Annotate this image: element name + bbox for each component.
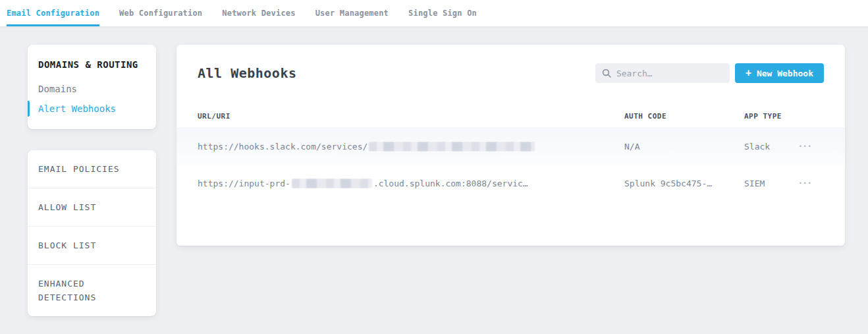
sidebar-section-label: EMAIL POLICIES <box>38 164 120 174</box>
webhook-url-prefix: https://input-prd- <box>198 179 290 188</box>
page-title: All Webhooks <box>198 65 297 81</box>
webhook-auth-code: Splunk 9c5bc475-… <box>624 179 744 188</box>
sidebar: DOMAINS & ROUTING Domains Alert Webhooks… <box>28 45 156 316</box>
column-header-url: URL/URI <box>198 112 624 121</box>
column-header-auth: AUTH CODE <box>624 112 744 121</box>
sidebar-section-item[interactable]: ENHANCED DETECTIONS <box>28 265 156 316</box>
redacted-blur <box>369 142 535 152</box>
webhook-app-type: SIEM <box>744 179 795 188</box>
nav-tab[interactable]: Single Sign On <box>408 0 477 26</box>
sidebar-group-heading: DOMAINS & ROUTING <box>28 59 156 70</box>
domains-routing-card: DOMAINS & ROUTING Domains Alert Webhooks <box>28 45 156 129</box>
plus-icon: + <box>746 67 751 79</box>
sidebar-section-item[interactable]: BLOCK LIST <box>28 227 156 265</box>
nav-tab[interactable]: Network Devices <box>222 0 295 26</box>
webhooks-panel: All Webhooks + New Webhook URL/URI AUTH … <box>176 45 845 246</box>
table-header: URL/URI AUTH CODE APP TYPE <box>176 99 845 128</box>
nav-tab-label: Email Configuration <box>7 9 99 18</box>
ellipsis-menu-icon[interactable]: ••• <box>795 181 829 186</box>
nav-tab-label: Web Configuration <box>119 9 202 18</box>
column-header-app: APP TYPE <box>744 112 795 121</box>
sidebar-section-label: ALLOW LIST <box>38 202 96 212</box>
page-content: DOMAINS & ROUTING Domains Alert Webhooks… <box>0 27 868 316</box>
nav-tab-label: Single Sign On <box>408 9 477 18</box>
nav-tab[interactable]: Web Configuration <box>119 0 202 26</box>
sidebar-section-label: BLOCK LIST <box>38 240 96 250</box>
sidebar-item-list: Domains Alert Webhooks <box>28 79 156 119</box>
sidebar-section-item[interactable]: ALLOW LIST <box>28 188 156 227</box>
search-icon <box>602 69 611 78</box>
webhook-url: https://hooks.slack.com/services/ <box>198 142 624 152</box>
search-input[interactable] <box>616 69 723 78</box>
top-nav: Email Configuration Web Configuration Ne… <box>0 0 868 27</box>
webhooks-table: https://hooks.slack.com/services/ N/A Sl… <box>176 128 845 202</box>
nav-tab[interactable]: User Management <box>315 0 389 26</box>
table-row[interactable]: https://hooks.slack.com/services/ N/A Sl… <box>176 128 845 165</box>
new-webhook-button[interactable]: + New Webhook <box>735 63 824 83</box>
sidebar-section-label: ENHANCED DETECTIONS <box>38 279 96 302</box>
redacted-blur <box>292 179 372 188</box>
webhook-url: https://input-prd- .cloud.splunk.com:808… <box>198 179 624 188</box>
nav-tab-label: Network Devices <box>222 9 295 18</box>
sidebar-item[interactable]: Alert Webhooks <box>28 99 156 119</box>
policy-sections-card: EMAIL POLICIES ALLOW LIST BLOCK LIST ENH… <box>28 150 156 316</box>
sidebar-section-item[interactable]: EMAIL POLICIES <box>28 150 156 188</box>
webhook-url-prefix: https://hooks.slack.com/services/ <box>198 142 367 152</box>
panel-actions: + New Webhook <box>595 63 824 83</box>
search-box[interactable] <box>595 63 730 83</box>
nav-tab[interactable]: Email Configuration <box>7 0 99 26</box>
sidebar-item-label: Domains <box>38 84 77 94</box>
webhook-url-suffix: .cloud.splunk.com:8088/servic… <box>373 179 528 188</box>
new-webhook-label: New Webhook <box>757 69 813 78</box>
panel-header: All Webhooks + New Webhook <box>176 45 845 99</box>
webhook-app-type: Slack <box>744 142 795 152</box>
nav-tab-label: User Management <box>315 9 389 18</box>
sidebar-item[interactable]: Domains <box>28 79 156 99</box>
webhook-auth-code: N/A <box>624 142 744 152</box>
sidebar-item-label: Alert Webhooks <box>38 103 116 114</box>
table-row[interactable]: https://input-prd- .cloud.splunk.com:808… <box>176 165 845 202</box>
ellipsis-menu-icon[interactable]: ••• <box>795 144 829 150</box>
